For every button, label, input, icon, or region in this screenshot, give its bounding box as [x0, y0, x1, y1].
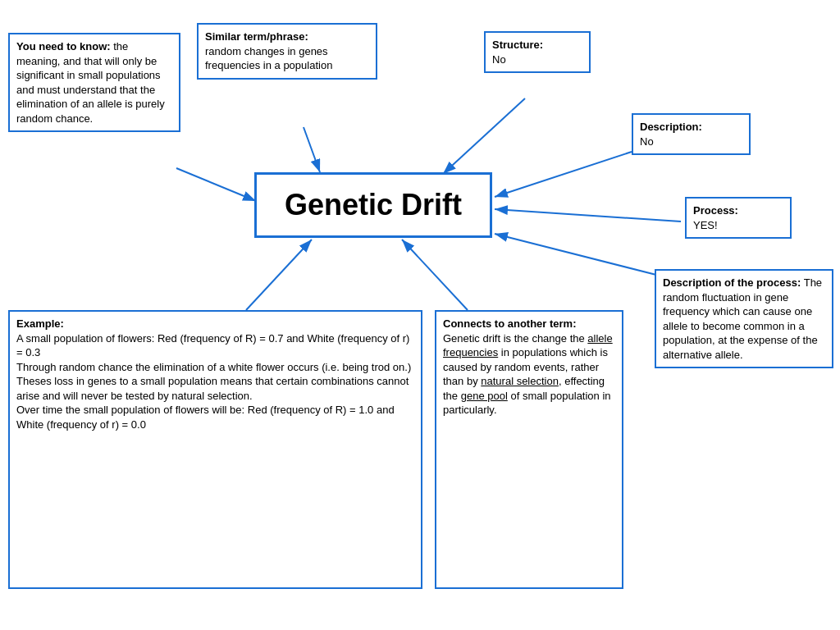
example-line4: Over time the small population of flower…: [16, 404, 395, 431]
center-title-box: Genetic Drift: [254, 172, 492, 238]
svg-line-9: [402, 240, 468, 310]
similar-term-label: Similar term/phrase:: [205, 30, 308, 43]
connects-label: Connects to another term:: [443, 317, 577, 330]
svg-line-6: [495, 209, 681, 221]
natural-selection-link: natural selection: [481, 375, 559, 387]
example-line3: Theses loss in genes to a small populati…: [16, 375, 409, 402]
structure-label: Structure:: [492, 39, 543, 51]
example-label: Example:: [16, 317, 64, 330]
connects-content: Genetic drift is the change the allele f…: [443, 332, 613, 417]
desc-process-content: The random fluctuation in gene frequency…: [663, 276, 822, 361]
desc-process-box: Description of the process: The random f…: [655, 269, 833, 368]
main-title: Genetic Drift: [285, 188, 462, 222]
connects-box: Connects to another term: Genetic drift …: [435, 310, 623, 589]
process-box: Process: YES!: [685, 197, 792, 239]
gene-pool-link: gene pool: [461, 390, 508, 402]
page: Genetic Drift You need to know: the mean…: [0, 0, 840, 630]
svg-line-3: [304, 127, 320, 172]
example-box: Example: A small population of flowers: …: [8, 310, 422, 589]
description-label: Description:: [640, 121, 702, 133]
description-content: No: [640, 135, 654, 148]
svg-line-4: [443, 98, 525, 174]
process-content: YES!: [693, 219, 718, 231]
process-label: Process:: [693, 204, 738, 217]
example-line1: A small population of flowers: Red (freq…: [16, 332, 409, 359]
desc-process-label: Description of the process:: [663, 276, 801, 289]
similar-term-content: random changes in genes frequencies in a…: [205, 45, 332, 72]
you-need-to-know-box: You need to know: the meaning, and that …: [8, 33, 180, 132]
structure-content: No: [492, 53, 506, 66]
example-line2: Through random chance the elimination of…: [16, 361, 411, 373]
svg-line-7: [495, 234, 656, 275]
svg-line-8: [246, 240, 312, 310]
description-box: Description: No: [632, 113, 751, 155]
svg-line-5: [495, 152, 632, 197]
you-need-label: You need to know: the meaning, and that …: [16, 40, 165, 125]
structure-box: Structure: No: [484, 31, 591, 73]
svg-line-2: [176, 168, 256, 201]
similar-term-box: Similar term/phrase: random changes in g…: [197, 23, 377, 80]
